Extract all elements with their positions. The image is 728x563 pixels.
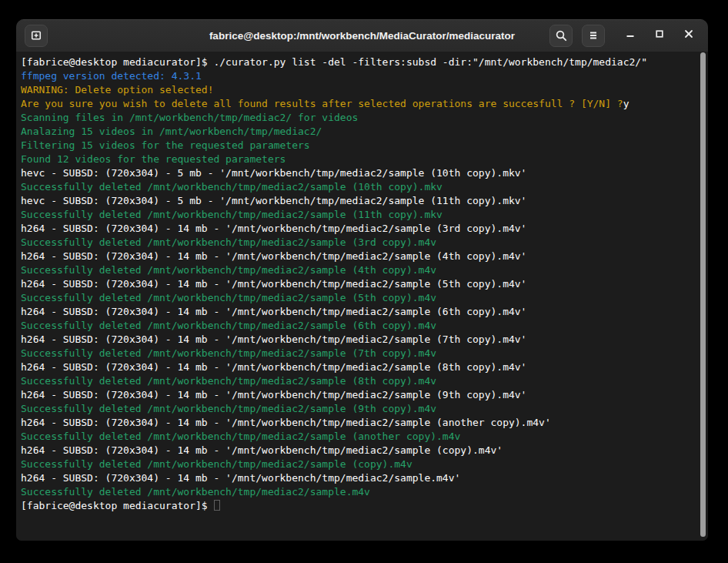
minimize-button[interactable]	[616, 24, 645, 47]
close-button[interactable]	[674, 24, 703, 47]
terminal-line: h264 - SUBSD: (720x304) - 14 mb - '/mnt/…	[21, 250, 691, 263]
terminal-line: Successfully deleted /mnt/workbench/tmp/…	[21, 180, 691, 194]
terminal-line: Successfully deleted /mnt/workbench/tmp/…	[21, 319, 691, 333]
terminal-line: Successfully deleted /mnt/workbench/tmp/…	[21, 208, 691, 222]
terminal-line: hevc - SUBSD: (720x304) - 5 mb - '/mnt/w…	[21, 194, 691, 208]
terminal-line: h264 - SUBSD: (720x304) - 14 mb - '/mnt/…	[21, 305, 691, 319]
terminal-line: hevc - SUBSD: (720x304) - 5 mb - '/mnt/w…	[21, 166, 691, 180]
terminal-line: [fabrice@desktop mediacurator]$	[21, 499, 691, 513]
search-button[interactable]	[549, 25, 573, 47]
search-icon	[555, 29, 568, 42]
terminal-line: Successfully deleted /mnt/workbench/tmp/…	[21, 430, 691, 444]
terminal-line: h264 - SUBSD: (720x304) - 14 mb - '/mnt/…	[21, 388, 691, 402]
terminal-line: Analazing 15 videos in /mnt/workbench/tm…	[21, 125, 691, 139]
terminal-line: Are you sure you wish to delete all foun…	[21, 97, 691, 111]
terminal-line: Successfully deleted /mnt/workbench/tmp/…	[21, 402, 691, 416]
terminal-line: h264 - SUBSD: (720x304) - 14 mb - '/mnt/…	[21, 333, 691, 347]
terminal-screen[interactable]: [fabrice@desktop mediacurator]$ ./curato…	[16, 52, 708, 541]
terminal-line: WARNING: Delete option selected!	[21, 83, 691, 97]
new-tab-button[interactable]	[25, 25, 48, 47]
titlebar[interactable]: fabrice@desktop:/mnt/workbench/MediaCura…	[16, 19, 708, 52]
menu-button[interactable]	[582, 25, 605, 47]
close-icon	[683, 28, 694, 42]
terminal-line: ffmpeg version detected: 4.3.1	[21, 69, 691, 83]
hamburger-menu-icon	[587, 29, 599, 42]
terminal-line: [fabrice@desktop mediacurator]$ ./curato…	[21, 55, 691, 69]
new-tab-icon	[30, 29, 42, 42]
terminal-line: h264 - SUBSD: (720x304) - 14 mb - '/mnt/…	[21, 277, 691, 291]
terminal-line: h264 - SUBSD: (720x304) - 14 mb - '/mnt/…	[21, 416, 691, 430]
terminal-line: Scanning files in /mnt/workbench/tmp/med…	[21, 111, 691, 125]
terminal-lines: [fabrice@desktop mediacurator]$ ./curato…	[21, 55, 691, 513]
minimize-icon	[625, 28, 636, 42]
terminal-line: Filtering 15 videos for the requested pa…	[21, 139, 691, 152]
terminal-line: Successfully deleted /mnt/workbench/tmp/…	[21, 374, 691, 388]
terminal-line: Successfully deleted /mnt/workbench/tmp/…	[21, 347, 691, 360]
terminal-window: fabrice@desktop:/mnt/workbench/MediaCura…	[16, 19, 708, 541]
terminal-line: Successfully deleted /mnt/workbench/tmp/…	[21, 291, 691, 305]
terminal-line: h264 - SUBSD: (720x304) - 14 mb - '/mnt/…	[21, 471, 691, 485]
terminal-cursor	[214, 500, 220, 511]
terminal-line: Successfully deleted /mnt/workbench/tmp/…	[21, 457, 691, 471]
scrollbar-thumb[interactable]	[700, 52, 706, 537]
terminal-line: Successfully deleted /mnt/workbench/tmp/…	[21, 485, 691, 499]
maximize-icon	[654, 28, 665, 42]
terminal-line: h264 - SUBSD: (720x304) - 14 mb - '/mnt/…	[21, 222, 691, 236]
terminal-line: h264 - SUBSD: (720x304) - 14 mb - '/mnt/…	[21, 444, 691, 457]
terminal-line: Successfully deleted /mnt/workbench/tmp/…	[21, 263, 691, 277]
terminal-line: Successfully deleted /mnt/workbench/tmp/…	[21, 236, 691, 250]
maximize-button[interactable]	[645, 24, 674, 47]
terminal-line: Found 12 videos for the requested parame…	[21, 152, 691, 166]
terminal-line: h264 - SUBSD: (720x304) - 14 mb - '/mnt/…	[21, 360, 691, 374]
